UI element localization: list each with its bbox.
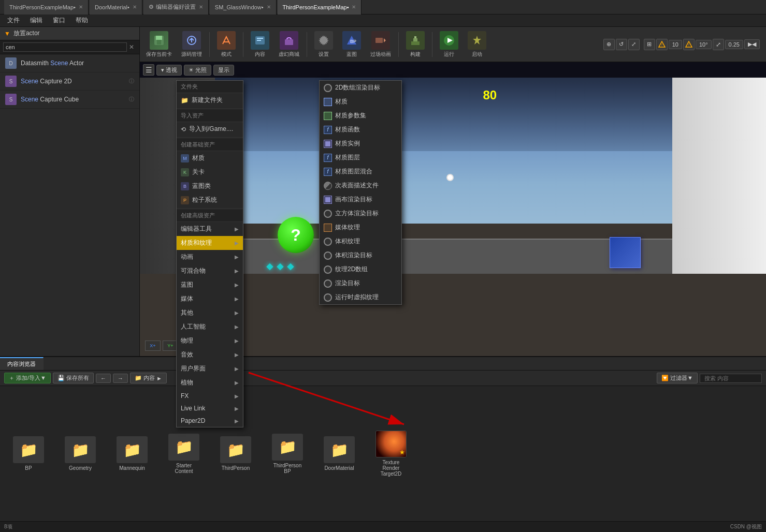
menu-edit[interactable]: 编辑	[25, 15, 48, 26]
clear-search-button[interactable]: ✕	[127, 43, 136, 51]
ctx-other[interactable]: 其他 ▶	[177, 306, 243, 320]
ctx-material-layer-blend[interactable]: f 材质图层混合	[320, 165, 401, 179]
close-icon[interactable]: ✕	[352, 4, 356, 10]
vp-perspective-btn[interactable]: ▾ 透视	[156, 65, 182, 76]
tab-thirdperson1[interactable]: ThirdPersonExampleMap• ✕	[4, 0, 89, 14]
vp-lighting-btn[interactable]: ☀ 光照	[184, 65, 211, 76]
toolbar-source[interactable]: 源码管理	[177, 29, 206, 60]
toolbar-build[interactable]: 构建	[402, 29, 429, 60]
ctx-render-target[interactable]: 渲染目标	[320, 276, 401, 290]
ctx-media[interactable]: 媒体 ▶	[177, 292, 243, 306]
folder-texture-render[interactable]: ★ TextureRenderTarget2D	[373, 431, 409, 477]
vp-grid-btn[interactable]: ⊞	[644, 39, 655, 50]
toolbar-settings[interactable]: 设置	[310, 29, 337, 60]
save-all-btn[interactable]: 💾 保存所有	[53, 373, 94, 383]
ctx-editor-tools[interactable]: 编辑器工具 ▶	[177, 222, 243, 236]
ctx-material2[interactable]: 材质	[320, 95, 401, 109]
menu-window[interactable]: 窗口	[48, 15, 70, 26]
menu-file[interactable]: 文件	[2, 15, 25, 26]
close-icon[interactable]: ✕	[79, 4, 83, 10]
vp-orbit-btn[interactable]: ↺	[616, 39, 627, 50]
ctx-audio[interactable]: 音效 ▶	[177, 348, 243, 362]
content-search-input[interactable]	[700, 374, 762, 383]
vp-warning-btn[interactable]: !	[656, 39, 668, 50]
tab-doormaterial[interactable]: DoorMaterial• ✕	[90, 0, 142, 14]
ctx-ai[interactable]: 人工智能 ▶	[177, 320, 243, 334]
toolbar-save[interactable]: 保存当前卡	[142, 29, 176, 60]
ctx-material-param[interactable]: 材质参数集	[320, 109, 401, 123]
ctx-2d-array-render[interactable]: 2D数组渲染目标	[320, 81, 401, 95]
actor-item-scene-capture-2d[interactable]: S Scene Capture 2D ⓘ	[0, 72, 139, 91]
ctx-animation[interactable]: 动画 ▶	[177, 250, 243, 264]
ctx-livelink[interactable]: Live Link ▶	[177, 402, 243, 415]
ctx-import[interactable]: ⟲ 导入到/Game....	[177, 122, 243, 136]
grid-value-btn[interactable]: 10	[669, 40, 682, 49]
ctx-volume-texture[interactable]: 体积纹理	[320, 234, 401, 248]
actor-item-datasmith[interactable]: D Datasmith Scene Actor	[0, 54, 139, 72]
folder-geometry[interactable]: 📁 Geometry	[62, 436, 98, 471]
tab-glasswindow[interactable]: SM_GlassWindow• ✕	[210, 0, 277, 14]
ctx-foliage[interactable]: 植物 ▶	[177, 376, 243, 390]
folder-bp[interactable]: 📁 BP	[10, 436, 47, 471]
ctx-subsurface[interactable]: 次表面描述文件	[320, 179, 401, 193]
ctx-material-layer[interactable]: f 材质图层	[320, 151, 401, 165]
vp-extra-btn[interactable]: ▶◀	[744, 39, 760, 49]
toolbar-content[interactable]: 内容	[247, 29, 273, 60]
close-icon[interactable]: ✕	[199, 4, 203, 10]
nav-back-btn[interactable]: ←	[96, 374, 111, 383]
ctx-physics[interactable]: 物理 ▶	[177, 334, 243, 348]
ctx-particle[interactable]: P 粒子系统	[177, 193, 243, 207]
vp-expand-btn[interactable]: ⤢	[628, 39, 640, 50]
close-icon[interactable]: ✕	[267, 4, 271, 10]
tab-editor-pref[interactable]: ⚙ 编辑器偏好设置 ✕	[143, 0, 209, 14]
menu-help[interactable]: 帮助	[70, 15, 93, 26]
ctx-media-texture[interactable]: 媒体纹理	[320, 220, 401, 234]
ctx-material[interactable]: M 材质	[177, 151, 243, 165]
scale-value-btn[interactable]: 0.25	[725, 40, 743, 49]
vp-scale-expand-btn[interactable]: ⤢	[713, 39, 724, 50]
add-import-btn[interactable]: ＋ 添加/导入▼	[4, 373, 51, 383]
vp-show-btn[interactable]: 显示	[213, 65, 234, 76]
ctx-cube-render[interactable]: 立方体渲染目标	[320, 206, 401, 220]
folder-thirdperson-bp[interactable]: 📁 ThirdPersonBP	[269, 434, 306, 474]
close-icon[interactable]: ✕	[133, 4, 137, 10]
vp-menu-btn[interactable]: ☰	[143, 64, 154, 76]
content-path-btn[interactable]: 📁 内容 ►	[130, 373, 167, 383]
filters-btn[interactable]: 🔽 过滤器▼	[657, 373, 698, 383]
toolbar-modes[interactable]: 模式	[213, 29, 240, 60]
ctx-blendable[interactable]: 可混合物 ▶	[177, 264, 243, 278]
rotation-value-btn[interactable]: 10°	[696, 40, 712, 49]
ctx-blueprint[interactable]: B 蓝图类	[177, 179, 243, 193]
ctx-volume-render[interactable]: 体积渲染目标	[320, 248, 401, 262]
toolbar-marketplace[interactable]: 虚幻商城	[274, 29, 303, 60]
material-param-icon	[324, 112, 332, 120]
vp-snap-btn[interactable]: ⊕	[603, 39, 615, 50]
render-target-2d-icon	[324, 84, 332, 92]
actor-item-scene-capture-cube[interactable]: S Scene Capture Cube ⓘ	[0, 91, 139, 109]
ctx-texture-2d-array[interactable]: 纹理2D数组	[320, 262, 401, 276]
tab-thirdperson2[interactable]: ThirdPersonExampleMap• ✕	[278, 0, 362, 14]
ctx-fx[interactable]: FX ▶	[177, 390, 243, 402]
vp-rotate-warning-btn[interactable]: !	[683, 39, 695, 50]
folder-doormaterial[interactable]: 📁 DoorMaterial	[321, 436, 357, 471]
toolbar-blueprint[interactable]: BP 蓝图	[338, 29, 365, 60]
ctx-blueprint2[interactable]: 蓝图 ▶	[177, 278, 243, 292]
ctx-runtime-virtual[interactable]: 运行时虚拟纹理	[320, 290, 401, 304]
folder-starter-content[interactable]: 📁 StarterContent	[166, 434, 202, 474]
ctx-ui[interactable]: 用户界面 ▶	[177, 362, 243, 376]
ctx-canvas-render[interactable]: 画布渲染目标	[320, 193, 401, 206]
ctx-new-folder[interactable]: 📁 新建文件夹	[177, 93, 243, 107]
ctx-material-instance[interactable]: 材质实例	[320, 137, 401, 151]
search-input[interactable]	[3, 42, 127, 52]
tab-content-browser[interactable]: 内容浏览器	[0, 357, 44, 370]
folder-mannequin[interactable]: 📁 Mannequin	[114, 436, 150, 471]
ctx-material-func[interactable]: f 材质函数	[320, 123, 401, 137]
nav-forward-btn[interactable]: →	[113, 374, 128, 383]
ctx-level[interactable]: K 关卡	[177, 165, 243, 179]
ctx-paper2d[interactable]: Paper2D ▶	[177, 415, 243, 427]
toolbar-cinematic[interactable]: 过场动画	[366, 29, 395, 60]
toolbar-play[interactable]: 运行	[436, 29, 463, 60]
ctx-material-texture[interactable]: 材质和纹理 ▶	[177, 236, 243, 250]
toolbar-launch[interactable]: 启动	[464, 29, 490, 60]
folder-thirdperson[interactable]: 📁 ThirdPerson	[218, 436, 254, 471]
